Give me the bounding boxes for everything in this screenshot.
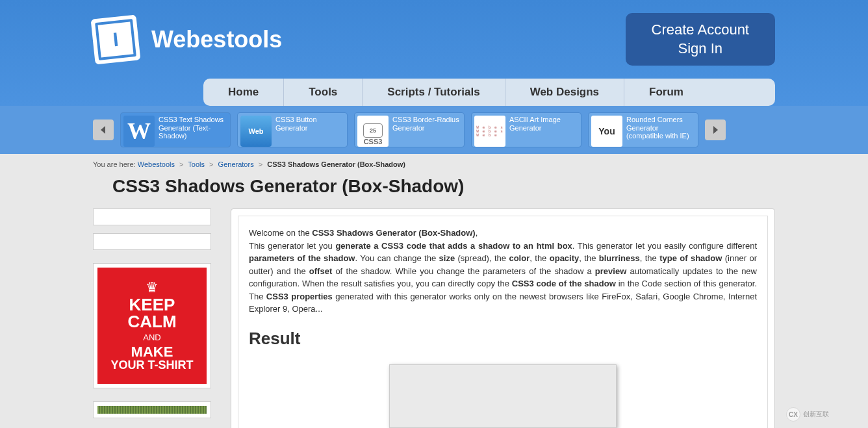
arrow-right-icon <box>710 125 721 135</box>
result-heading: Result <box>249 329 757 349</box>
tool-label: Rounded Corners Generator (compatible wi… <box>626 116 695 144</box>
tool-label: CSS3 Border-Radius Generator <box>392 116 461 144</box>
tool-label: CSS3 Text Shadows Generator (Text-Shadow… <box>159 116 227 144</box>
tool-label: ASCII Art Image Generator <box>509 116 578 144</box>
breadcrumb-current: CSS3 Shadows Generator (Box-Shadow) <box>267 160 405 168</box>
tool-thumb: You <box>591 116 622 147</box>
sidebar-box <box>93 208 211 225</box>
tool-thumb: W <box>123 116 155 147</box>
main-content: Welcome on the CSS3 Shadows Generator (B… <box>231 208 775 428</box>
watermark: CX 创新互联 <box>786 405 864 424</box>
tool-card-text-shadows[interactable]: W CSS3 Text Shadows Generator (Text-Shad… <box>120 112 231 147</box>
carousel-next-button[interactable] <box>705 120 726 140</box>
nav-scripts[interactable]: Scripts / Tutorials <box>363 79 505 106</box>
tool-thumb: Web <box>240 116 272 147</box>
account-box: Create Account Sign In <box>626 13 775 66</box>
sidebar: ♛ KEEP CALM AND MAKE YOUR T-SHIRT <box>93 208 211 428</box>
breadcrumb-link[interactable]: Tools <box>188 160 205 168</box>
carousel-prev-button[interactable] <box>93 120 114 140</box>
logo[interactable]: I Webestools <box>93 17 282 62</box>
create-account-link[interactable]: Create Account <box>652 21 749 40</box>
tool-card-rounded-corners[interactable]: You Rounded Corners Generator (compatibl… <box>588 112 698 147</box>
sidebar-box <box>93 233 211 250</box>
page-title: CSS3 Shadows Generator (Box-Shadow) <box>93 171 775 208</box>
main-nav: Home Tools Scripts / Tutorials Web Desig… <box>203 79 775 106</box>
tool-card-button-generator[interactable]: Web CSS3 Button Generator <box>237 112 348 147</box>
tool-card-border-radius[interactable]: 25 CSS3 CSS3 Border-Radius Generator <box>354 112 465 147</box>
sidebar-ad[interactable] <box>93 401 211 418</box>
breadcrumb-link[interactable]: Generators <box>218 160 254 168</box>
intro-text: Welcome on the CSS3 Shadows Generator (B… <box>249 227 757 316</box>
shadow-preview-box <box>389 364 617 428</box>
breadcrumb: You are here: Webestools > Tools > Gener… <box>93 154 775 171</box>
signin-link[interactable]: Sign In <box>652 40 749 58</box>
tool-label: CSS3 Button Generator <box>275 116 344 144</box>
nav-designs[interactable]: Web Designs <box>505 79 624 106</box>
nav-forum[interactable]: Forum <box>624 79 708 106</box>
tool-thumb: W e b e sW e b e sW e b e <box>474 116 505 147</box>
nav-home[interactable]: Home <box>203 79 284 106</box>
crown-icon: ♛ <box>101 279 203 296</box>
logo-text: Webestools <box>151 26 282 53</box>
tool-thumb: 25 CSS3 <box>357 116 389 147</box>
tool-card-ascii-art[interactable]: W e b e sW e b e sW e b e ASCII Art Imag… <box>471 112 581 147</box>
arrow-left-icon <box>98 125 108 135</box>
logo-icon: I <box>91 14 141 64</box>
breadcrumb-link[interactable]: Webestools <box>138 160 175 168</box>
nav-tools[interactable]: Tools <box>284 79 363 106</box>
sidebar-ad-keepcalm[interactable]: ♛ KEEP CALM AND MAKE YOUR T-SHIRT <box>93 263 211 388</box>
breadcrumb-prefix: You are here: <box>93 160 136 168</box>
